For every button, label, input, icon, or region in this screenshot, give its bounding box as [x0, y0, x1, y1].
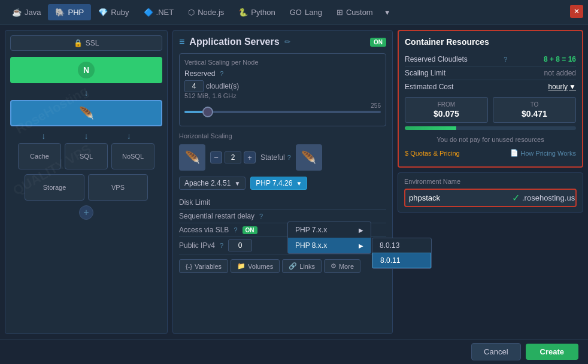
seq-restart-help-icon[interactable]: ?	[259, 213, 263, 220]
left-panel: 🔒 SSL N ↓ 🪶 ↓ ↓ ↓ Cache SQL NoSQL	[5, 30, 168, 334]
top-nav: ☕ Java 🐘 PHP 💎 Ruby 🔷 .NET ⬡ Node.js 🐍 P…	[0, 0, 588, 25]
slider-area: 256	[184, 103, 381, 121]
check-icon: ✓	[512, 192, 520, 204]
storage-node[interactable]: Storage	[25, 174, 84, 201]
rc-value: 8 + 8 = 16	[544, 55, 576, 63]
feather-left-icon: 🪶	[185, 150, 200, 165]
tab-java[interactable]: ☕ Java	[5, 4, 48, 20]
to-value: $0.471	[497, 109, 572, 119]
quotas-link[interactable]: $ Quotas & Pricing	[405, 149, 460, 157]
php-8013-item[interactable]: 8.0.13	[372, 238, 431, 253]
edit-icon[interactable]: ✏	[284, 38, 290, 46]
tab-custom[interactable]: ⊞ Custom	[329, 4, 380, 20]
tab-php[interactable]: 🐘 PHP	[48, 4, 91, 20]
nosql-node[interactable]: NoSQL	[111, 143, 154, 169]
ruby-block[interactable]: 🪶	[10, 100, 162, 126]
nginx-block[interactable]: N	[10, 57, 162, 83]
rc-help-icon[interactable]: ?	[504, 56, 507, 63]
cancel-button[interactable]: Cancel	[471, 343, 520, 360]
php-icon: 🐘	[55, 8, 65, 17]
slider-thumb[interactable]	[202, 107, 213, 117]
h-count-control: − 2 +	[210, 151, 256, 163]
disk-limit-row: Disk Limit	[179, 196, 386, 210]
vps-node[interactable]: VPS	[88, 174, 148, 201]
create-button[interactable]: Create	[526, 344, 578, 360]
php7-arrow-icon: ▶	[359, 227, 363, 233]
panel-title: Application Servers	[189, 37, 279, 47]
lang-icon: GO	[290, 8, 302, 17]
three-arrows: ↓ ↓ ↓	[10, 131, 162, 141]
dollar-icon: $	[405, 150, 408, 157]
cloudlet-count[interactable]: 4	[184, 80, 204, 92]
tab-ruby[interactable]: 💎 Ruby	[91, 4, 136, 20]
apache-icon-left: 🪶	[179, 144, 205, 171]
vertical-scaling-box: Vertical Scaling per Node Reserved ? 4 c…	[179, 53, 386, 126]
from-to-row: FROM $0.075 TO $0.471	[405, 97, 576, 123]
slb-toggle[interactable]: ON	[243, 226, 257, 234]
php8-item[interactable]: PHP 8.x.x ▶ 8.0.13 8.0.11	[288, 238, 371, 253]
access-slb-help-icon[interactable]: ?	[234, 226, 237, 233]
feather-icon: 🪶	[79, 106, 94, 120]
tab-variables[interactable]: {-} Variables	[179, 259, 228, 273]
scaling-limit-row: Scaling Limit not added	[405, 66, 576, 80]
php-8011-item[interactable]: 8.0.11	[372, 253, 431, 268]
hourly-select[interactable]: hourly ▼	[548, 83, 576, 91]
php-select[interactable]: PHP 7.4.26 ▼	[250, 177, 307, 190]
on-badge[interactable]: ON	[370, 38, 386, 47]
nodejs-icon: ⬡	[188, 8, 195, 17]
tab-volumes[interactable]: 📁 Volumes	[231, 259, 280, 273]
env-name-section: Environment Name ✓ .rosehosting.us	[398, 172, 583, 213]
feather-right-icon: 🪶	[301, 150, 316, 165]
php-chevron-icon: ▼	[296, 180, 302, 187]
apache-select[interactable]: Apache 2.4.51 ▼	[179, 177, 245, 190]
h-count[interactable]: 2	[225, 151, 241, 163]
slider-track: 256	[184, 111, 381, 113]
tab-python[interactable]: 🐍 Python	[231, 4, 282, 20]
cr-title: Container Resources	[405, 37, 576, 47]
reserved-help-icon[interactable]: ?	[220, 70, 223, 77]
java-icon: ☕	[12, 8, 22, 17]
h-scaling-row: 🪶 − 2 + Stateful ? 🪶	[179, 144, 386, 171]
stateful-help-icon[interactable]: ?	[287, 154, 291, 161]
center-panel: ≡ Application Servers ✏ ON Vertical Scal…	[172, 30, 393, 334]
cache-node[interactable]: Cache	[18, 143, 61, 169]
links-icon: 🔗	[289, 262, 297, 270]
tab-nodejs[interactable]: ⬡ Node.js	[181, 4, 231, 20]
tab-links[interactable]: 🔗 Links	[282, 259, 322, 273]
custom-icon: ⊞	[337, 8, 343, 17]
apache-select-row: Apache 2.4.51 ▼ PHP 7.4.26 ▼	[179, 177, 386, 190]
env-domain: .rosehosting.us	[522, 193, 575, 202]
ruby-icon: 💎	[98, 8, 108, 17]
pricing-link[interactable]: 📄 How Pricing Works	[510, 149, 576, 157]
tab-net[interactable]: 🔷 .NET	[137, 4, 181, 20]
tab-more[interactable]: ⚙ More	[324, 259, 360, 273]
php7-item[interactable]: PHP 7.x.x ▶	[288, 222, 371, 238]
bottom-bar: Cancel Create	[0, 339, 588, 364]
ipv4-count[interactable]: 0	[228, 239, 252, 251]
right-panel: Container Resources Reserved Cloudlets ?…	[398, 30, 583, 334]
resource-info: 512 MiB, 1.6 GHz	[184, 92, 381, 99]
volumes-icon: 📁	[237, 262, 245, 270]
tab-lang[interactable]: GO Lang	[283, 4, 329, 20]
h-increase-button[interactable]: +	[244, 151, 256, 163]
more-button[interactable]: ▼	[380, 6, 395, 19]
close-button[interactable]: ✕	[570, 5, 583, 18]
h-scaling-label: Horizontal Scaling	[179, 132, 386, 139]
from-value: $0.075	[409, 109, 484, 119]
sql-node[interactable]: SQL	[65, 143, 108, 169]
node-row-1: Cache SQL NoSQL	[10, 143, 162, 169]
h-decrease-button[interactable]: −	[210, 151, 222, 163]
env-name-label: Environment Name	[404, 178, 577, 185]
public-ipv4-help-icon[interactable]: ?	[220, 242, 223, 249]
reserved-cloudlets-row: Reserved Cloudlets ? 8 + 8 = 16	[405, 53, 576, 66]
scaling-limit-value: not added	[544, 69, 576, 77]
net-icon: 🔷	[144, 8, 153, 17]
add-node-button[interactable]: +	[79, 205, 93, 220]
ssl-bar[interactable]: 🔒 SSL	[10, 35, 162, 51]
usage-progress-fill	[405, 126, 456, 130]
env-name-input[interactable]	[409, 193, 510, 202]
to-box: TO $0.471	[493, 97, 576, 123]
doc-icon: 📄	[510, 149, 519, 157]
usage-progress-bar	[405, 126, 576, 130]
arrow-down-1: ↓	[10, 88, 162, 98]
